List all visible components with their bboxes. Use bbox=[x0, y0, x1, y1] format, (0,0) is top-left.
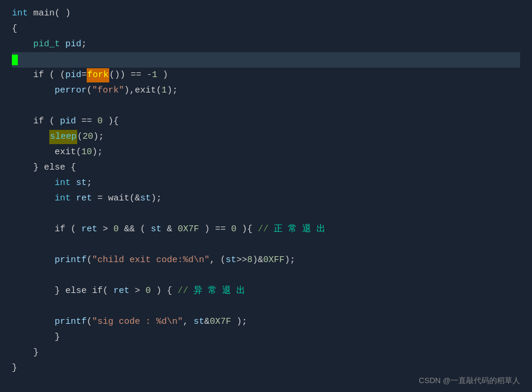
func-fork: fork bbox=[87, 68, 109, 82]
code-line-3: pid_t pid ; bbox=[12, 37, 520, 52]
var-ret-2: ret bbox=[81, 222, 97, 237]
num-zero: 0 bbox=[97, 114, 103, 129]
code-line-18 bbox=[12, 268, 520, 283]
keyword-int-2: int bbox=[55, 176, 71, 190]
comment-abnormal-exit: 异 常 退 出 bbox=[194, 284, 245, 298]
var-st-3: st bbox=[151, 222, 162, 237]
func-wait: wait bbox=[108, 192, 129, 206]
code-line-6: perror ( "fork" ), exit ( 1 ); bbox=[12, 83, 520, 98]
func-printf-1: printf bbox=[55, 253, 87, 267]
num-zero-3: 0 bbox=[231, 222, 236, 237]
var-pid: pid bbox=[65, 37, 81, 52]
text-cursor bbox=[12, 55, 18, 65]
var-st-2: st bbox=[140, 192, 151, 206]
code-line-13: int ret = wait (& st ); bbox=[12, 191, 520, 206]
watermark: CSDN @一直敲代码的稻草人 bbox=[419, 375, 520, 386]
func-perror: perror bbox=[55, 84, 87, 98]
code-line-19: } else if( ret > 0 ) { // 异 常 退 出 bbox=[12, 283, 520, 299]
code-line-2: { bbox=[12, 21, 520, 37]
num-8: 8 bbox=[247, 253, 252, 267]
var-st-5: st bbox=[194, 315, 204, 329]
code-line-17: printf ( "child exit code:%d\n" , ( st >… bbox=[12, 253, 520, 268]
var-ret: ret bbox=[76, 192, 92, 206]
var-st-4: st bbox=[226, 253, 236, 267]
code-line-7 bbox=[12, 98, 520, 114]
code-line-21: printf ( "sig code : %d\n" , st & 0X7F )… bbox=[12, 314, 520, 330]
var-st: st bbox=[76, 176, 87, 190]
keyword-int-3: int bbox=[55, 192, 71, 206]
str-fork: "fork" bbox=[92, 84, 124, 98]
str-child-exit: "child exit code:%d\n" bbox=[92, 253, 210, 267]
code-line-16 bbox=[12, 237, 520, 253]
code-line-23: } bbox=[12, 345, 520, 361]
num-0x7f-2: 0X7F bbox=[210, 315, 231, 329]
num-0xff: 0XFF bbox=[263, 253, 284, 267]
var-ret-3: ret bbox=[113, 284, 129, 298]
str-sig-code: "sig code : %d\n" bbox=[92, 315, 183, 329]
var-pid-assign: pid bbox=[65, 68, 81, 82]
num-10: 10 bbox=[81, 145, 92, 160]
code-line-11: } else { bbox=[12, 160, 520, 176]
type-pid_t: pid_t bbox=[33, 37, 60, 52]
num-0x7f: 0X7F bbox=[178, 222, 199, 237]
code-line-12: int st ; bbox=[12, 176, 520, 191]
code-line-5: if ( ( pid = fork ()) == -1 ) bbox=[12, 68, 520, 83]
code-line-15: if ( ret > 0 && ( st & 0X7F ) == 0 ){ //… bbox=[12, 222, 520, 237]
code-line-8: if ( pid == 0 ){ bbox=[12, 114, 520, 129]
code-line-20 bbox=[12, 299, 520, 314]
num-neg1: -1 bbox=[147, 68, 157, 82]
func-printf-2: printf bbox=[55, 315, 87, 329]
comment-normal-exit: 正 常 退 出 bbox=[274, 222, 325, 237]
code-line-9: sleep ( 20 ); bbox=[12, 129, 520, 145]
func-sleep: sleep bbox=[49, 130, 77, 144]
keyword-int: int bbox=[12, 7, 28, 21]
code-line-22: } bbox=[12, 330, 520, 345]
code-line-14 bbox=[12, 206, 520, 222]
num-zero-2: 0 bbox=[113, 222, 119, 237]
comment-slash: // bbox=[258, 222, 274, 237]
code-line-4 bbox=[12, 52, 520, 68]
func-exit-1: exit bbox=[135, 84, 156, 98]
num-20: 20 bbox=[83, 130, 93, 144]
code-editor: int main( ) { pid_t pid ; if ( ( pid = f… bbox=[0, 0, 532, 382]
var-pid-2: pid bbox=[60, 114, 76, 129]
num-1: 1 bbox=[162, 84, 167, 98]
code-line-24: } bbox=[12, 361, 520, 376]
comment-slash-2: // bbox=[178, 284, 194, 298]
num-zero-4: 0 bbox=[145, 284, 151, 298]
code-line-1: int main( ) bbox=[12, 6, 520, 21]
code-line-10: exit ( 10 ); bbox=[12, 145, 520, 160]
func-exit-10: exit bbox=[55, 145, 76, 160]
